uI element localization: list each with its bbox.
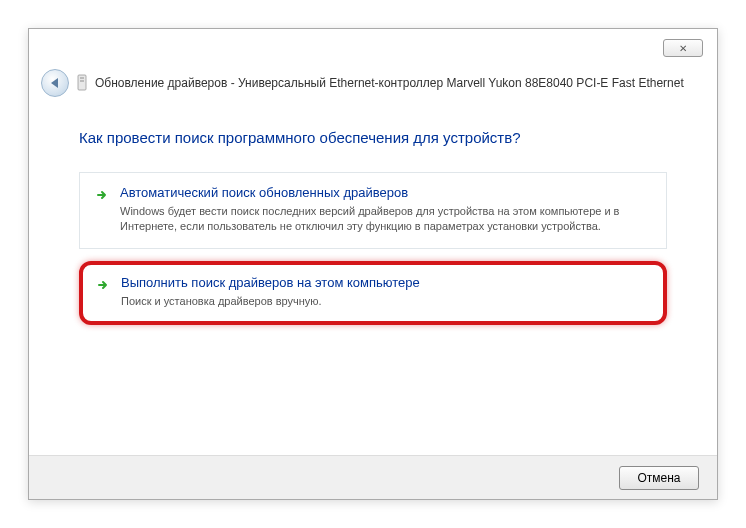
back-button[interactable] — [41, 69, 69, 97]
option-title: Выполнить поиск драйверов на этом компью… — [121, 275, 649, 290]
close-button[interactable]: ✕ — [663, 39, 703, 57]
window-title: Обновление драйверов - Универсальный Eth… — [95, 76, 684, 90]
option-browse-computer[interactable]: Выполнить поиск драйверов на этом компью… — [79, 261, 667, 325]
option-description: Windows будет вести поиск последних верс… — [120, 204, 650, 234]
svg-rect-2 — [80, 80, 84, 82]
option-title: Автоматический поиск обновленных драйвер… — [120, 185, 650, 200]
close-icon: ✕ — [679, 43, 687, 54]
footer: Отмена — [29, 455, 717, 499]
option-description: Поиск и установка драйверов вручную. — [121, 294, 649, 309]
dialog-window: ✕ Обновление драйверов - Универсальный E… — [28, 28, 718, 500]
page-heading: Как провести поиск программного обеспече… — [79, 129, 667, 146]
arrow-right-icon — [97, 278, 111, 296]
option-auto-search[interactable]: Автоматический поиск обновленных драйвер… — [79, 172, 667, 249]
arrow-left-icon — [51, 78, 58, 88]
cancel-button[interactable]: Отмена — [619, 466, 699, 490]
content-area: Как провести поиск программного обеспече… — [29, 103, 717, 325]
svg-rect-1 — [80, 77, 84, 79]
device-icon — [75, 74, 89, 92]
arrow-right-icon — [96, 188, 110, 206]
header: Обновление драйверов - Универсальный Eth… — [29, 29, 717, 103]
